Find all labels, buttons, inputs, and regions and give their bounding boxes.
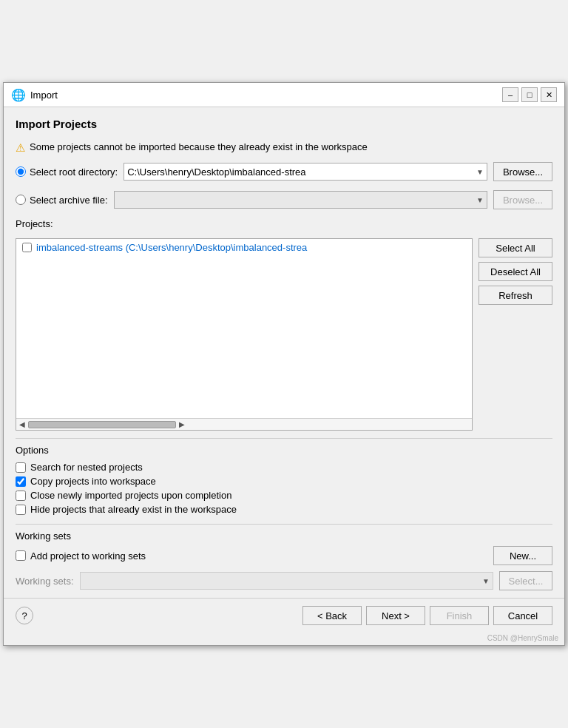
archive-browse-button[interactable]: Browse...	[493, 190, 552, 209]
projects-area: imbalanced-streams (C:\Users\henry\Deskt…	[16, 238, 552, 431]
root-browse-button[interactable]: Browse...	[493, 162, 552, 181]
warning-icon: ⚠	[16, 141, 25, 155]
add-to-working-sets-label: Add project to working sets	[30, 550, 146, 562]
new-working-set-button[interactable]: New...	[493, 546, 552, 565]
copy-projects-row: Copy projects into workspace	[16, 474, 552, 488]
search-nested-row: Search for nested projects	[16, 460, 552, 474]
working-sets-arrow: ▼	[482, 577, 490, 585]
add-to-working-sets-checkbox[interactable]	[16, 550, 26, 561]
warning-text: Some projects cannot be imported because…	[30, 141, 368, 154]
hide-existing-row: Hide projects that already exist in the …	[16, 502, 552, 516]
hide-existing-checkbox[interactable]	[16, 505, 26, 515]
projects-list-wrapper: imbalanced-streams (C:\Users\henry\Deskt…	[16, 238, 473, 431]
projects-label: Projects:	[16, 218, 552, 229]
archive-file-radio-label[interactable]: Select archive file:	[16, 195, 108, 206]
options-section: Options Search for nested projects Copy …	[16, 438, 552, 516]
options-title: Options	[16, 445, 552, 456]
deselect-all-button[interactable]: Deselect All	[479, 262, 552, 281]
search-nested-checkbox[interactable]	[16, 462, 26, 473]
copy-projects-label: Copy projects into workspace	[30, 476, 156, 487]
close-imported-checkbox[interactable]	[16, 491, 26, 501]
root-directory-radio[interactable]	[16, 166, 26, 177]
minimize-button[interactable]: –	[502, 87, 518, 102]
projects-buttons: Select All Deselect All Refresh	[479, 238, 552, 305]
working-sets-combo[interactable]: ▼	[80, 572, 493, 590]
back-button[interactable]: < Back	[302, 606, 362, 625]
root-directory-radio-label[interactable]: Select root directory:	[16, 166, 118, 178]
cancel-button[interactable]: Cancel	[493, 606, 552, 625]
working-sets-section: Working sets Add project to working sets…	[16, 524, 552, 590]
finish-button[interactable]: Finish	[430, 606, 489, 625]
copy-projects-checkbox[interactable]	[16, 476, 26, 487]
scroll-right-icon[interactable]: ▶	[178, 420, 186, 428]
root-directory-value: C:\Users\henry\Desktop\imbalanced-strea	[127, 166, 473, 178]
maximize-button[interactable]: □	[521, 87, 538, 102]
project-name: imbalanced-streams (C:\Users\henry\Deskt…	[36, 242, 307, 253]
horizontal-scrollbar[interactable]: ◀ ▶	[16, 418, 472, 430]
close-imported-row: Close newly imported projects upon compl…	[16, 488, 552, 502]
help-button[interactable]: ?	[16, 607, 33, 624]
working-sets-combo-row: Working sets: ▼ Select...	[16, 571, 552, 590]
hide-existing-label: Hide projects that already exist in the …	[30, 504, 237, 515]
footer: ? < Back Next > Finish Cancel	[4, 598, 564, 633]
refresh-button[interactable]: Refresh	[479, 286, 552, 305]
root-directory-arrow: ▼	[476, 168, 484, 176]
scroll-left-icon[interactable]: ◀	[18, 420, 27, 428]
working-sets-title: Working sets	[16, 530, 552, 542]
root-directory-label: Select root directory:	[30, 166, 118, 178]
next-button[interactable]: Next >	[366, 606, 425, 625]
archive-file-combo[interactable]: ▼	[114, 191, 488, 209]
working-sets-add-row: Add project to working sets New...	[16, 546, 552, 565]
working-sets-label: Working sets:	[16, 576, 74, 587]
select-all-button[interactable]: Select All	[479, 238, 552, 257]
watermark: CSDN @HenrySmale	[4, 633, 564, 645]
page-title: Import Projects	[16, 118, 552, 130]
close-imported-label: Close newly imported projects upon compl…	[30, 490, 231, 501]
root-directory-combo[interactable]: C:\Users\henry\Desktop\imbalanced-strea …	[124, 163, 487, 181]
warning-box: ⚠ Some projects cannot be imported becau…	[16, 141, 552, 155]
search-nested-label: Search for nested projects	[30, 462, 143, 473]
window-icon: 🌐	[11, 88, 26, 102]
scroll-thumb[interactable]	[28, 421, 176, 428]
archive-file-radio[interactable]	[16, 195, 26, 205]
window-title: Import	[30, 90, 58, 101]
project-checkbox[interactable]	[22, 243, 32, 252]
select-working-sets-button[interactable]: Select...	[499, 571, 552, 590]
archive-file-label: Select archive file:	[30, 195, 108, 206]
list-item[interactable]: imbalanced-streams (C:\Users\henry\Deskt…	[16, 239, 472, 256]
projects-list: imbalanced-streams (C:\Users\henry\Deskt…	[16, 239, 472, 418]
archive-file-arrow: ▼	[476, 196, 484, 204]
close-button[interactable]: ✕	[541, 87, 557, 102]
